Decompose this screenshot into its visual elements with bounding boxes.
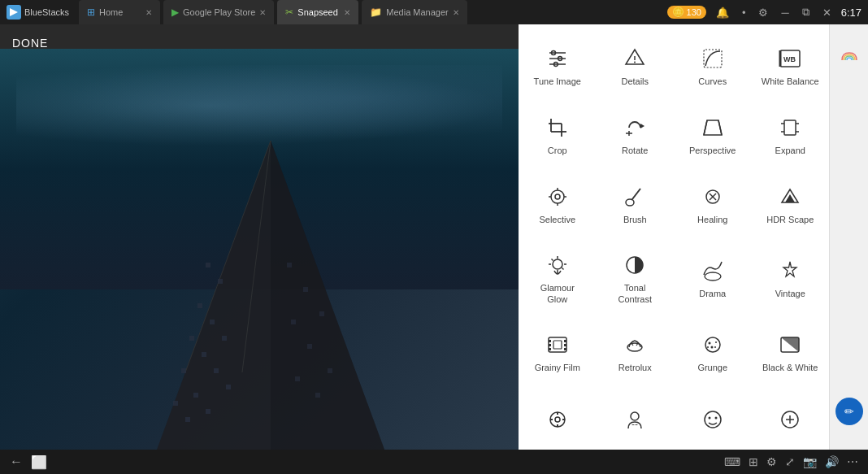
hdr-scape-icon	[778, 185, 802, 209]
svg-rect-24	[307, 344, 312, 349]
tool-white-balance[interactable]: WB White Balance	[752, 33, 830, 102]
svg-point-105	[631, 412, 639, 420]
svg-text:WB: WB	[783, 55, 796, 63]
tool-grunge[interactable]: Grunge	[674, 319, 752, 388]
home-button[interactable]: ⬜	[31, 454, 47, 470]
svg-rect-80	[549, 337, 566, 352]
svg-rect-12	[214, 368, 219, 373]
settings-btn[interactable]: ⚙	[755, 5, 771, 20]
svg-rect-86	[564, 348, 566, 350]
tool-vintage[interactable]: Vintage	[752, 240, 830, 319]
retrolux-icon	[623, 333, 647, 357]
tool-details[interactable]: Details	[597, 33, 675, 102]
perspective-label: Perspective	[689, 145, 736, 156]
brush-label: Brush	[623, 214, 647, 225]
tool-tonal-contrast[interactable]: TonalContrast	[597, 240, 675, 319]
edit-btn[interactable]: ✏	[835, 398, 863, 425]
main-area: DONE	[0, 24, 868, 450]
camera-icon[interactable]: 📷	[803, 455, 817, 468]
tools-panel: Tune Image Details Curves	[519, 24, 829, 450]
volume-icon[interactable]: 🔊	[825, 455, 839, 468]
tab-snapseed-close[interactable]: ✕	[344, 8, 350, 17]
rainbow-btn[interactable]	[835, 41, 864, 70]
selective-icon	[545, 185, 570, 209]
tab-media[interactable]: 📁 Media Manager ✕	[362, 0, 467, 24]
glamour-glow-label: GlamourGlow	[540, 282, 575, 306]
svg-point-93	[715, 341, 717, 343]
svg-line-64	[631, 199, 632, 200]
tool-perspective[interactable]: Perspective	[674, 102, 752, 171]
tab-media-close[interactable]: ✕	[453, 8, 459, 17]
tool-curves[interactable]: Curves	[674, 33, 752, 102]
svg-rect-7	[197, 303, 202, 308]
tune-image-label: Tune Image	[534, 76, 581, 87]
tab-home[interactable]: ⊞ Home ✕	[79, 0, 160, 24]
svg-rect-82	[549, 344, 551, 346]
svg-rect-37	[704, 50, 722, 67]
more-icon	[778, 407, 802, 432]
tab-playstore-close[interactable]: ✕	[259, 8, 266, 17]
svg-point-108	[714, 417, 717, 420]
white-balance-icon: WB	[778, 46, 802, 71]
tool-black-white[interactable]: Black & White	[752, 319, 830, 388]
more-options-icon[interactable]: ⋯	[847, 455, 858, 468]
svg-rect-26	[295, 376, 300, 381]
settings-icon[interactable]: ⚙	[766, 455, 777, 468]
rotate-icon	[623, 115, 647, 140]
svg-line-50	[718, 120, 722, 135]
black-white-icon	[778, 333, 802, 357]
minimize-btn[interactable]: ─	[778, 5, 792, 20]
crop-label: Crop	[548, 145, 567, 156]
bluestacks-icon	[7, 5, 21, 20]
svg-point-56	[551, 190, 564, 203]
retrolux-label: Retrolux	[618, 362, 652, 373]
tool-hdr-scape[interactable]: HDR Scape	[752, 171, 830, 240]
tool-drama[interactable]: Drama	[674, 240, 752, 319]
svg-point-70	[553, 259, 562, 269]
tool-healing[interactable]: Healing	[674, 171, 752, 240]
black-white-label: Black & White	[762, 362, 818, 373]
bottombar: ← ⬜ ⌨ ⊞ ⚙ ⤢ 📷 🔊 ⋯	[0, 450, 868, 474]
tab-home-close[interactable]: ✕	[145, 8, 152, 17]
fullscreen-icon[interactable]: ⤢	[785, 455, 795, 468]
maximize-btn[interactable]: ⧉	[799, 4, 813, 20]
svg-point-36	[634, 62, 636, 63]
svg-rect-8	[210, 320, 215, 324]
svg-rect-5	[206, 263, 210, 267]
tool-rotate[interactable]: Rotate	[597, 102, 675, 171]
tool-portrait[interactable]	[597, 388, 675, 450]
tool-crop[interactable]: Crop	[519, 102, 597, 171]
tool-selective[interactable]: Selective	[519, 171, 597, 240]
curves-icon	[701, 46, 725, 71]
svg-rect-17	[173, 401, 178, 406]
svg-point-63	[626, 199, 634, 206]
tool-retrolux[interactable]: Retrolux	[597, 319, 675, 388]
svg-rect-22	[319, 311, 324, 316]
dot-btn[interactable]: •	[739, 5, 749, 20]
tab-playstore[interactable]: ▶ Google Play Store ✕	[163, 0, 274, 24]
tool-more[interactable]	[752, 388, 830, 450]
tool-glamour-glow[interactable]: GlamourGlow	[519, 240, 597, 319]
tool-face[interactable]	[674, 388, 752, 450]
app-logo: BlueStacks	[7, 5, 69, 20]
svg-line-62	[632, 189, 640, 199]
svg-rect-83	[549, 348, 551, 350]
glamour-glow-icon	[545, 253, 570, 277]
building-svg	[157, 141, 384, 450]
tab-snapseed[interactable]: ✂ Snapseed ✕	[277, 0, 358, 24]
back-button[interactable]: ←	[10, 454, 23, 469]
close-btn[interactable]: ✕	[819, 5, 835, 20]
tool-expand[interactable]: Expand	[752, 102, 830, 171]
notification-btn[interactable]: 🔔	[713, 5, 732, 20]
hdr-scape-label: HDR Scape	[766, 214, 814, 225]
tool-film-strip[interactable]	[519, 388, 597, 450]
keyboard-icon[interactable]: ⌨	[724, 455, 740, 468]
grid-icon[interactable]: ⊞	[749, 455, 758, 468]
expand-label: Expand	[775, 145, 805, 156]
grainy-film-icon	[545, 333, 570, 357]
selective-label: Selective	[539, 214, 575, 225]
tool-tune-image[interactable]: Tune Image	[519, 33, 597, 102]
tool-brush[interactable]: Brush	[597, 171, 675, 240]
tool-grainy-film[interactable]: Grainy Film	[519, 319, 597, 388]
tune-image-icon	[545, 46, 570, 71]
